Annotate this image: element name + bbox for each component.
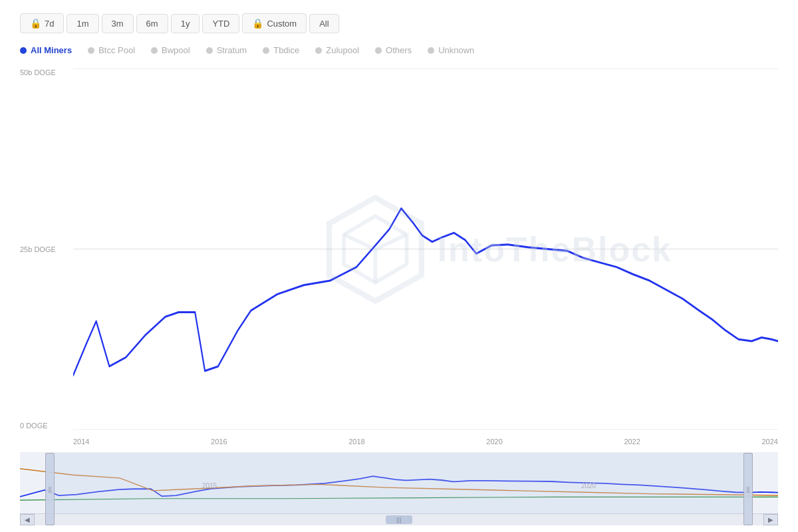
chart-navigator: || || 2015 2020 ◀ ||| ▶ [20, 452, 778, 525]
legend-item-others[interactable]: Others [375, 45, 412, 55]
chart-area: 50b DOGE 25b DOGE 0 DOGE IntoTheBlock [20, 68, 778, 525]
nav-handle-left[interactable]: || [45, 453, 55, 525]
legend-dot [375, 47, 382, 54]
main-chart: 50b DOGE 25b DOGE 0 DOGE IntoTheBlock [20, 68, 778, 450]
time-btn-7d[interactable]: 🔒7d [20, 13, 64, 33]
legend-item-label: Unknown [438, 45, 474, 55]
nav-scroll-thumb[interactable]: ||| [386, 515, 412, 524]
legend-item-btcc-pool[interactable]: Btcc Pool [88, 45, 135, 55]
legend-dot [263, 47, 269, 54]
time-btn-label-custom: Custom [267, 19, 297, 29]
y-axis: 50b DOGE 25b DOGE 0 DOGE [20, 68, 73, 430]
legend-dot [428, 47, 434, 54]
legend-item-label: Bwpool [162, 45, 190, 55]
nav-scrollbar: ◀ ||| ▶ [20, 513, 778, 525]
time-btn-label-1m: 1m [76, 19, 88, 29]
time-btn-custom[interactable]: 🔒Custom [242, 13, 307, 33]
x-axis: 2014 2016 2018 2020 2022 2024 [73, 433, 778, 450]
legend-dot [20, 47, 27, 54]
time-btn-6m[interactable]: 6m [136, 14, 168, 33]
chart-svg-area: IntoTheBlock [73, 68, 778, 430]
time-btn-label-ytd: YTD [212, 19, 229, 29]
nav-scroll-right-btn[interactable]: ▶ [763, 514, 778, 525]
legend-item-label: Stratum [217, 45, 247, 55]
legend-item-zulupool[interactable]: Zulupool [315, 45, 359, 55]
chart-legend: All MinersBtcc PoolBwpoolStratumTbdiceZu… [20, 45, 778, 55]
x-label-2022: 2022 [624, 438, 640, 446]
time-btn-ytd[interactable]: YTD [202, 14, 239, 33]
nav-scroll-track[interactable]: ||| [35, 514, 763, 525]
legend-item-all-miners[interactable]: All Miners [20, 45, 72, 55]
time-btn-3m[interactable]: 3m [102, 14, 134, 33]
legend-dot [88, 47, 94, 54]
y-label-bottom: 0 DOGE [20, 422, 48, 430]
x-label-2020: 2020 [486, 438, 502, 446]
time-btn-label-all: All [319, 19, 329, 29]
x-label-2014: 2014 [73, 438, 89, 446]
nav-scroll-left-btn[interactable]: ◀ [20, 514, 35, 525]
time-btn-label-6m: 6m [146, 19, 158, 29]
legend-item-bwpool[interactable]: Bwpool [151, 45, 190, 55]
x-label-2018: 2018 [348, 438, 364, 446]
time-controls: 🔒7d1m3m6m1yYTD🔒CustomAll [20, 13, 778, 33]
legend-item-unknown[interactable]: Unknown [428, 45, 474, 55]
nav-handle-right[interactable]: || [743, 453, 753, 525]
time-btn-label-1y: 1y [181, 19, 190, 29]
lock-icon: 🔒 [30, 18, 41, 29]
legend-dot [151, 47, 158, 54]
time-btn-label-3m: 3m [112, 19, 124, 29]
legend-item-label: Btcc Pool [98, 45, 135, 55]
legend-item-stratum[interactable]: Stratum [206, 45, 247, 55]
legend-dot [315, 47, 322, 54]
lock-icon: 🔒 [252, 18, 263, 29]
legend-item-label: Zulupool [326, 45, 359, 55]
x-label-2024: 2024 [761, 438, 777, 446]
time-btn-label-7d: 7d [45, 19, 54, 29]
legend-item-label: Tbdice [273, 45, 299, 55]
time-btn-all[interactable]: All [309, 14, 338, 33]
legend-item-tbdice[interactable]: Tbdice [263, 45, 299, 55]
legend-dot [206, 47, 213, 54]
y-label-mid: 25b DOGE [20, 245, 56, 253]
legend-item-label: Others [386, 45, 412, 55]
y-label-top: 50b DOGE [20, 68, 56, 76]
x-label-2016: 2016 [211, 438, 227, 446]
time-btn-1m[interactable]: 1m [66, 14, 98, 33]
legend-item-label: All Miners [31, 45, 72, 55]
time-btn-1y[interactable]: 1y [171, 14, 200, 33]
